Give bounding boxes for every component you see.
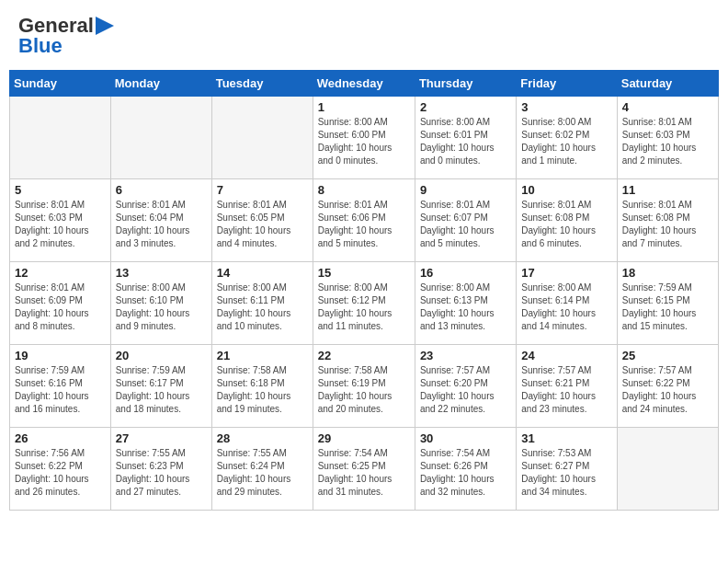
day-info-line: Daylight: 10 hours	[217, 225, 291, 236]
day-info-line: and 9 minutes.	[116, 321, 176, 331]
day-info-line: Sunset: 6:06 PM	[318, 213, 386, 223]
day-info-line: and 32 minutes.	[420, 487, 485, 497]
day-number: 29	[318, 431, 410, 445]
day-info: Sunrise: 8:01 AMSunset: 6:09 PMDaylight:…	[15, 282, 106, 333]
day-info-line: Sunset: 6:22 PM	[622, 378, 690, 388]
day-info-line: and 2 minutes.	[622, 155, 683, 166]
day-info-line: and 8 minutes.	[15, 321, 75, 331]
calendar-day-cell: 6Sunrise: 8:01 AMSunset: 6:04 PMDaylight…	[110, 179, 211, 262]
day-number: 8	[318, 183, 410, 197]
calendar-day-cell: 21Sunrise: 7:58 AMSunset: 6:18 PMDayligh…	[211, 345, 313, 428]
calendar-day-cell: 7Sunrise: 8:01 AMSunset: 6:05 PMDaylight…	[211, 179, 313, 262]
day-info-line: Sunset: 6:18 PM	[217, 378, 285, 388]
day-info-line: Sunrise: 7:53 AM	[521, 448, 591, 458]
day-info-line: Daylight: 10 hours	[521, 225, 596, 236]
day-number: 11	[622, 183, 713, 197]
day-of-week-header: Friday	[517, 71, 617, 97]
day-info-line: Sunset: 6:27 PM	[521, 461, 589, 471]
day-info-line: Sunrise: 8:00 AM	[420, 282, 490, 293]
day-info-line: and 5 minutes.	[420, 238, 481, 248]
day-info-line: and 23 minutes.	[521, 404, 586, 414]
day-info-line: Daylight: 10 hours	[420, 391, 495, 401]
day-info-line: Sunrise: 8:01 AM	[420, 200, 490, 210]
day-number: 19	[15, 349, 106, 362]
calendar-day-cell: 17Sunrise: 8:00 AMSunset: 6:14 PMDayligh…	[517, 262, 617, 345]
day-info-line: Sunrise: 8:01 AM	[217, 200, 287, 210]
day-info-line: Sunset: 6:15 PM	[622, 295, 690, 305]
day-info-line: and 7 minutes.	[622, 238, 683, 248]
day-number: 9	[420, 183, 511, 197]
svg-marker-0	[96, 17, 114, 35]
calendar-day-cell: 10Sunrise: 8:01 AMSunset: 6:08 PMDayligh…	[517, 179, 617, 262]
day-info: Sunrise: 8:00 AMSunset: 6:14 PMDaylight:…	[521, 282, 611, 333]
calendar-day-cell: 31Sunrise: 7:53 AMSunset: 6:27 PMDayligh…	[517, 428, 617, 511]
calendar-day-cell	[211, 97, 313, 179]
day-info-line: Sunrise: 7:59 AM	[15, 365, 85, 375]
day-info-line: Sunrise: 7:56 AM	[15, 448, 85, 458]
day-info-line: Sunset: 6:10 PM	[116, 295, 184, 305]
day-info-line: Daylight: 10 hours	[116, 225, 190, 236]
calendar-week-row: 5Sunrise: 8:01 AMSunset: 6:03 PMDaylight…	[10, 179, 719, 262]
day-info: Sunrise: 8:00 AMSunset: 6:12 PMDaylight:…	[318, 282, 410, 333]
day-info-line: Daylight: 10 hours	[116, 308, 190, 318]
calendar-day-cell: 20Sunrise: 7:59 AMSunset: 6:17 PMDayligh…	[110, 345, 211, 428]
calendar-day-cell: 24Sunrise: 7:57 AMSunset: 6:21 PMDayligh…	[517, 345, 617, 428]
day-info-line: Daylight: 10 hours	[318, 474, 392, 484]
day-of-week-header: Wednesday	[313, 71, 415, 97]
day-info-line: Sunrise: 7:58 AM	[318, 365, 388, 375]
calendar-header-row: SundayMondayTuesdayWednesdayThursdayFrid…	[10, 71, 719, 97]
calendar-day-cell: 3Sunrise: 8:00 AMSunset: 6:02 PMDaylight…	[517, 97, 617, 179]
day-info: Sunrise: 8:01 AMSunset: 6:03 PMDaylight:…	[15, 199, 106, 250]
day-number: 4	[622, 100, 713, 114]
day-info-line: Sunset: 6:17 PM	[116, 378, 184, 388]
calendar-day-cell: 2Sunrise: 8:00 AMSunset: 6:01 PMDaylight…	[415, 97, 516, 179]
day-number: 15	[318, 266, 410, 280]
calendar-day-cell: 23Sunrise: 7:57 AMSunset: 6:20 PMDayligh…	[415, 345, 516, 428]
day-info-line: Sunrise: 7:54 AM	[318, 448, 388, 458]
day-number: 13	[116, 266, 207, 280]
day-info: Sunrise: 8:00 AMSunset: 6:11 PMDaylight:…	[217, 282, 308, 333]
day-info-line: and 6 minutes.	[521, 238, 582, 248]
day-info-line: Sunrise: 7:55 AM	[116, 448, 186, 458]
day-number: 1	[318, 100, 410, 114]
day-info-line: Sunset: 6:09 PM	[15, 295, 83, 305]
day-info-line: and 29 minutes.	[217, 487, 282, 497]
day-info: Sunrise: 7:58 AMSunset: 6:19 PMDaylight:…	[318, 364, 410, 416]
day-number: 23	[420, 349, 511, 362]
day-info: Sunrise: 8:01 AMSunset: 6:08 PMDaylight:…	[521, 199, 611, 250]
day-info: Sunrise: 8:00 AMSunset: 6:02 PMDaylight:…	[521, 116, 611, 167]
day-info-line: Sunrise: 8:00 AM	[318, 282, 388, 293]
day-info: Sunrise: 8:01 AMSunset: 6:04 PMDaylight:…	[116, 199, 207, 250]
day-info-line: Daylight: 10 hours	[217, 308, 291, 318]
day-info-line: Sunset: 6:03 PM	[15, 213, 83, 223]
calendar-day-cell: 16Sunrise: 8:00 AMSunset: 6:13 PMDayligh…	[415, 262, 516, 345]
day-number: 12	[15, 266, 106, 280]
day-info-line: Sunrise: 7:57 AM	[622, 365, 692, 375]
day-info-line: Sunset: 6:21 PM	[521, 378, 589, 388]
day-info-line: Sunset: 6:11 PM	[217, 295, 285, 305]
calendar-day-cell: 8Sunrise: 8:01 AMSunset: 6:06 PMDaylight…	[313, 179, 415, 262]
day-info-line: Sunset: 6:03 PM	[622, 130, 690, 140]
day-info-line: Sunset: 6:08 PM	[521, 213, 589, 223]
day-info-line: Sunset: 6:08 PM	[622, 213, 690, 223]
day-number: 5	[15, 183, 106, 197]
day-info-line: Sunrise: 7:54 AM	[420, 448, 490, 458]
calendar-day-cell: 12Sunrise: 8:01 AMSunset: 6:09 PMDayligh…	[10, 262, 111, 345]
page-header: General Blue	[9, 9, 719, 63]
day-info-line: and 14 minutes.	[521, 321, 586, 331]
day-info-line: Sunrise: 8:00 AM	[318, 117, 388, 127]
day-info-line: and 1 minute.	[521, 155, 577, 166]
day-info: Sunrise: 8:01 AMSunset: 6:05 PMDaylight:…	[217, 199, 308, 250]
day-info-line: Sunrise: 8:01 AM	[15, 282, 85, 293]
day-info-line: Daylight: 10 hours	[217, 391, 291, 401]
calendar-day-cell: 26Sunrise: 7:56 AMSunset: 6:22 PMDayligh…	[10, 428, 111, 511]
day-number: 18	[622, 266, 713, 280]
day-info-line: and 4 minutes.	[217, 238, 278, 248]
day-info-line: Sunset: 6:05 PM	[217, 213, 285, 223]
day-info: Sunrise: 8:00 AMSunset: 6:00 PMDaylight:…	[318, 116, 410, 167]
day-of-week-header: Thursday	[415, 71, 516, 97]
day-number: 27	[116, 431, 207, 445]
day-info-line: Daylight: 10 hours	[318, 225, 392, 236]
day-info: Sunrise: 7:55 AMSunset: 6:24 PMDaylight:…	[217, 447, 308, 499]
day-info-line: Sunrise: 7:58 AM	[217, 365, 287, 375]
